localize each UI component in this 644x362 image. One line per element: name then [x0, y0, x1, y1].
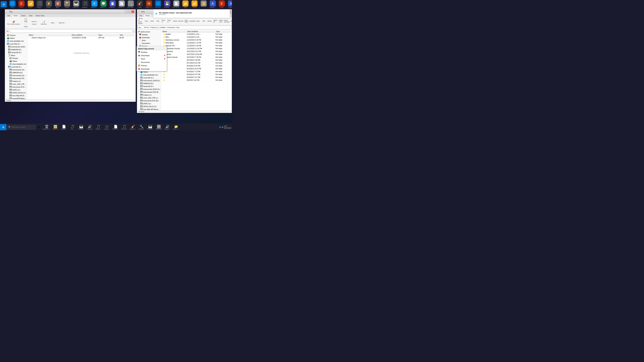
- taskbar-app-bottom-9[interactable]: 🎵 FXFA DOP...: [120, 124, 128, 130]
- nav-item-1-15[interactable]: 💾Instruments3 SSD 850 Evo (: [5, 77, 27, 80]
- windows-icon[interactable]: ⊞: [1, 1, 7, 7]
- taskbar-app-bottom-0[interactable]: 🗑️ Delete DS_S...: [42, 124, 51, 130]
- top-app-app24[interactable]: E EXPO: [218, 0, 226, 8]
- move-btn-2[interactable]: Move to: [161, 19, 166, 23]
- up-btn-2[interactable]: ↑: [142, 26, 143, 28]
- nav-item-1-19[interactable]: 💾DATA1 (U:): [5, 88, 27, 91]
- taskbar-app-bottom-8[interactable]: 📄 Reference...: [112, 124, 120, 130]
- nav-item-1-22[interactable]: 💾IronwolfTB Backup (J:): [5, 97, 27, 99]
- nav-item-2-16[interactable]: 💾Local Disk (C:): [137, 76, 161, 79]
- nav-item-1-14[interactable]: 💾Instruments2 QV04 (G:): [5, 74, 27, 77]
- nav-item-1-3[interactable]: 💾Local Disk (C:): [5, 42, 27, 45]
- taskbar-app-bottom-4[interactable]: 🎹 Orchestrat...: [77, 124, 85, 130]
- file-row-2-5[interactable]: 📁 PulseSetter-Sounds 11/13/2023 11:25 PM…: [162, 47, 231, 50]
- copy-btn-2[interactable]: Copy: [144, 20, 149, 22]
- nav-item-1-2[interactable]: 🌐www.claylaatte.com: [5, 39, 27, 42]
- history-btn-2[interactable]: History: [207, 20, 212, 22]
- new-folder-btn-2[interactable]: New folder: [184, 19, 189, 23]
- taskbar-app-bottom-2[interactable]: 📄 Brailljam...: [60, 124, 68, 130]
- nav-item-2-22[interactable]: 💾Projects (J:): [137, 93, 161, 96]
- tab-file-2[interactable]: File: [138, 14, 144, 17]
- file-row-2-more-6[interactable]: 📁 9/13/2023 3:47 PM File folder: [162, 76, 231, 79]
- nav-item-1-7[interactable]: 🎵Music: [5, 54, 27, 57]
- top-app-app14[interactable]: 🔧 GNU Solfa...: [126, 0, 135, 8]
- taskbar-app-bottom-7[interactable]: 🎶 stepFire...: [103, 124, 111, 130]
- qa-item-short[interactable]: 📄 Short 📌: [137, 57, 167, 60]
- taskbar-app-bottom-12[interactable]: 🎹 Korg Creat...: [146, 124, 154, 130]
- file-row-2-more-0[interactable]: 📁 9/17/2023 3:39 PM File folder: [162, 59, 231, 62]
- nav-item-1-4[interactable]: 💾Instruments1 QV08 (D:): [5, 45, 27, 48]
- qa-item-desktop[interactable]: 🖥️ Desktop: [137, 50, 167, 54]
- nav-item-2-26[interactable]: 💾DATA2 (Old D) (V:): [137, 105, 161, 108]
- tab-view-1[interactable]: View: [27, 14, 34, 17]
- top-app-app4[interactable]: 🎵 Bring D...: [35, 0, 44, 8]
- nav-item-2-23[interactable]: 💾Lever_SSD_2TB (L:): [137, 96, 161, 99]
- delete-btn-2[interactable]: Delete: [172, 20, 178, 22]
- taskbar-app-bottom-3[interactable]: 🎵 200...: [68, 124, 77, 130]
- file-row-2-more-5[interactable]: 📁 9/13/2023 3:57 PM File folder: [162, 73, 231, 76]
- taskbar-app-bottom-1[interactable]: 🖼️ desktop.ini: [51, 124, 60, 130]
- path-btn-2[interactable]: Path: [155, 20, 160, 22]
- top-app-app21[interactable]: 📁 Temp2: [190, 0, 199, 8]
- col-header-date-1[interactable]: Date modified: [71, 34, 98, 36]
- file-row-2-8[interactable]: 📁 Fracture Sounds 10/27/2023 7:45 PM Fil…: [162, 56, 231, 59]
- top-app-app9[interactable]: 🎵 BattleRe...: [81, 0, 90, 8]
- nav-item-2-18[interactable]: 💾SAMDATA (E:): [137, 82, 161, 85]
- file-row-2-3[interactable]: 📁 Meat Beats 11/13/2023 1:13 PM File fol…: [162, 41, 231, 44]
- qa-item-downloads2[interactable]: 📥 Downloads: [137, 67, 167, 70]
- nav-item-2-4[interactable]: 📄Documents: [137, 42, 161, 45]
- back-btn-2[interactable]: ◀: [138, 26, 140, 28]
- top-app-app19[interactable]: 📄 New Test D...: [172, 0, 181, 8]
- top-app-app23[interactable]: A Referen...: [208, 0, 217, 8]
- open-btn-2[interactable]: Open: [196, 20, 200, 22]
- col-header-name-1[interactable]: Name: [28, 34, 71, 36]
- file-row-2-2[interactable]: 📁 Steinberg Licenses 11/15/2023 5:26 PM …: [162, 39, 231, 41]
- taskbar-app-bottom-13[interactable]: 🎛️ AllasGe x64: [154, 124, 163, 130]
- nav-item-2-1[interactable]: 🖥️Desktop: [137, 33, 161, 36]
- nav-item-2-17[interactable]: 💾Instruments1 QV08 (D:): [137, 79, 161, 82]
- up-btn-1[interactable]: ↑: [10, 30, 11, 32]
- file-row-2-1[interactable]: 📁 8Dio 11/15/2023 11:53 ... File folder: [162, 36, 231, 39]
- tab-file-1[interactable]: File: [6, 14, 12, 17]
- taskbar-app-bottom-14[interactable]: 🔊 Vantage R...: [163, 124, 172, 130]
- nav-item-1-20[interactable]: 💾DATA2 (Old D) (V:): [5, 91, 27, 94]
- file-row-2-more-2[interactable]: 📁 9/15/2023 5:25 PM File folder: [162, 64, 231, 67]
- file-row-2-more-4[interactable]: 📁 9/13/2023 7:13 PM File folder: [162, 70, 231, 73]
- taskbar-app-bottom-10[interactable]: 🎸 Reason Le...: [129, 124, 137, 130]
- nav-item-2-0[interactable]: 📌Quick access: [137, 30, 161, 33]
- forward-btn-2[interactable]: ▶: [140, 26, 142, 28]
- taskbar-app-bottom-15[interactable]: 📁 ModeUI V...: [172, 124, 180, 130]
- file-row-2-4[interactable]: 📁 Natsook VST 11/13/2023 2:16 PM File fo…: [162, 44, 231, 47]
- nav-item-2-2[interactable]: 📥Downloads: [137, 36, 161, 39]
- top-app-expo[interactable]: E EXPO: [17, 0, 26, 8]
- taskbar-search-box[interactable]: 🔍: [7, 125, 36, 130]
- file-row-2-7[interactable]: 📁 Martinic 10/27/2023 10:55 PM File fold…: [162, 53, 231, 56]
- paste-btn[interactable]: 📄 Paste: [23, 23, 28, 28]
- file-row-2-more-7[interactable]: 📁 9/2/2023 3:44 PM File folder: [162, 79, 231, 82]
- nav-item-2-21[interactable]: 💾Instruments3 SSD 850 Evo (: [137, 91, 161, 93]
- file-row-1-0[interactable]: 📄 Audio to Skype.xml 11/24/2023 2:19 AM …: [28, 36, 135, 39]
- tab-home-1[interactable]: Home: [12, 14, 20, 17]
- nav-item-1-18[interactable]: 💾Instruments EVO (M:): [5, 85, 27, 88]
- top-app-app11[interactable]: 💬 Softube C...: [99, 0, 108, 8]
- search-input[interactable]: [11, 126, 32, 128]
- invertsel-btn-2[interactable]: Invert selection: [224, 19, 229, 23]
- nav-item-2-3[interactable]: 📄Short: [137, 39, 161, 42]
- nav-item-1-11[interactable]: 💾Local Disk (C:): [5, 65, 27, 68]
- col-header-date-2[interactable]: Date modified: [186, 30, 215, 33]
- top-app-app6[interactable]: 🎯 Regi...: [54, 0, 62, 8]
- selectall-btn-2[interactable]: Select all: [213, 19, 218, 23]
- nav-item-1-13[interactable]: 💾SAMDATA (E:): [5, 71, 27, 74]
- nav-item-1-21[interactable]: 💾Inst1 Bklp WD Elements (: [5, 94, 27, 97]
- nav-item-1-6[interactable]: 💾Fantom4D (F:): [5, 51, 27, 54]
- address-input-1[interactable]: Music: [12, 30, 132, 32]
- copyto-btn[interactable]: Copy to: [31, 23, 38, 25]
- minimize-btn-1[interactable]: ─: [125, 10, 128, 13]
- top-app-app12[interactable]: 📋 BioDown...: [108, 0, 117, 8]
- maximize-btn-1[interactable]: □: [128, 10, 131, 13]
- qa-item-documents[interactable]: 📄 Documents: [137, 60, 167, 64]
- copy-btn[interactable]: 📋 Copy: [23, 18, 28, 23]
- top-app-app13[interactable]: 📄 expose-m...: [117, 0, 126, 8]
- nav-item-1-0[interactable]: 🖼️Pictures: [5, 34, 27, 37]
- close-btn-1[interactable]: ✕: [132, 10, 134, 13]
